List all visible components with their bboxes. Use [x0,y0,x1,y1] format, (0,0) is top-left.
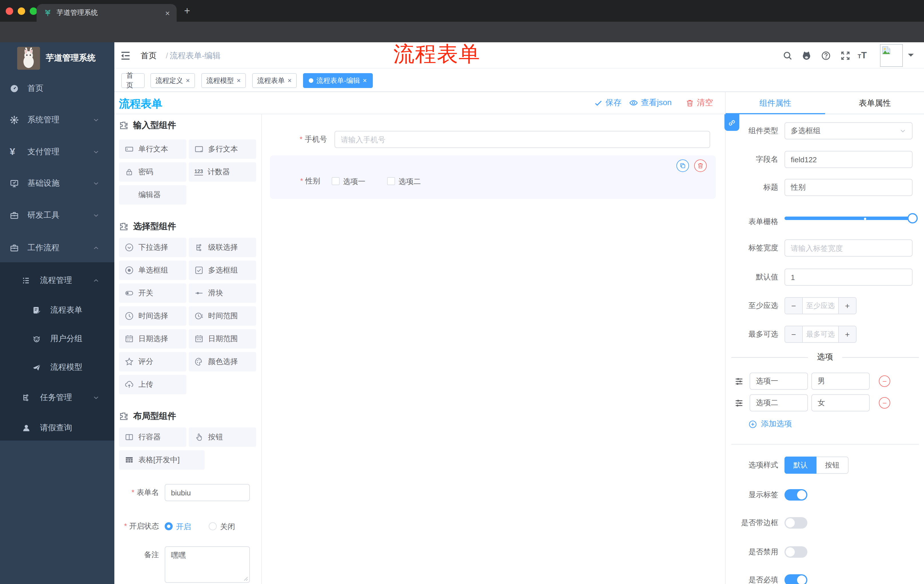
component-slider[interactable]: 滑块 [189,283,256,303]
option-2-label-input[interactable] [750,394,808,411]
component-upload[interactable]: 上传 [119,375,186,394]
gender-checkbox-2[interactable] [387,177,395,185]
gender-option-2-label[interactable]: 选项二 [399,176,421,187]
view-json-button[interactable]: 查看json [629,98,672,108]
component-date-picker[interactable]: 日期选择 [119,329,186,349]
radio-on[interactable] [165,522,173,530]
remark-textarea[interactable]: 嘿嘿 [165,546,250,583]
help-icon[interactable] [821,51,831,61]
default-value-input[interactable] [784,268,912,286]
tab-form-props[interactable]: 表单属性 [825,92,924,114]
tab-close-icon[interactable]: × [165,9,170,17]
tagview-home[interactable]: 首页 [121,73,145,88]
component-color-picker[interactable]: 颜色选择 [189,352,256,372]
tag-close-icon[interactable]: × [237,77,241,85]
title-input[interactable] [784,179,912,196]
component-button[interactable]: 按钮 [189,428,256,447]
drag-handle-icon[interactable] [734,377,744,386]
search-icon[interactable] [783,51,792,61]
clear-button[interactable]: 清空 [686,98,713,108]
tagview-process-def[interactable]: 流程定义× [150,73,195,88]
close-window-button[interactable] [6,7,13,15]
add-option-button[interactable]: 添加选项 [749,419,792,429]
component-password[interactable]: 密码 [119,162,186,182]
minus-button[interactable]: − [785,326,802,342]
breadcrumb-home[interactable]: 首页 [141,51,157,61]
new-tab-button[interactable]: + [184,6,190,16]
label-width-input[interactable] [784,239,912,257]
radio-off[interactable] [209,522,217,530]
sidebar-item-process-form[interactable]: 流程表单 [0,296,114,324]
disabled-toggle[interactable] [784,546,807,558]
avatar[interactable] [880,44,903,67]
component-cascader[interactable]: 级联选择 [189,238,256,257]
component-textarea[interactable]: 多行文本 [189,140,256,159]
tab-component-props[interactable]: 组件属性 [726,92,825,114]
min-select-input[interactable]: 至少应选 [802,298,839,314]
sidebar-item-system[interactable]: 系统管理 [0,106,114,134]
sidebar-item-process-model[interactable]: 流程模型 [0,353,114,382]
resize-handle[interactable] [243,576,248,581]
tagview-process-form[interactable]: 流程表单× [252,73,297,88]
sidebar-item-devtools[interactable]: 研发工具 [0,201,114,230]
option-2-value-input[interactable] [811,394,870,411]
drag-handle-icon[interactable] [734,398,744,408]
form-name-input[interactable] [165,484,250,501]
tagview-process-model[interactable]: 流程模型× [201,73,246,88]
tag-close-icon[interactable]: × [186,77,190,85]
component-switch[interactable]: 开关 [119,283,186,303]
max-select-input[interactable]: 最多可选 [802,326,839,342]
sidebar-item-infrastructure[interactable]: 基础设施 [0,169,114,198]
component-table-dev[interactable]: 表格[开发中] [119,450,205,470]
gender-option-1-label[interactable]: 选项一 [343,176,365,187]
tag-close-icon[interactable]: × [363,77,367,85]
sidebar-fold-icon[interactable] [120,50,131,61]
remove-option-button[interactable]: − [879,397,890,409]
copy-component-button[interactable] [676,160,689,172]
sidebar-item-process-manage[interactable]: 流程管理 [0,266,114,295]
slider-handle[interactable] [908,213,918,224]
component-select[interactable]: 下拉选择 [119,238,186,257]
required-toggle[interactable] [784,574,807,584]
browser-tab[interactable]: 芋道管理系统 × [36,4,177,22]
font-size-icon[interactable]: TT [858,50,867,61]
component-time-range[interactable]: 时间范围 [189,306,256,326]
selected-component-block[interactable]: 性别 选项一 选项二 [270,155,716,199]
field-name-input[interactable] [784,151,912,168]
sidebar-item-task-manage[interactable]: 任务管理 [0,383,114,412]
sidebar-item-payment[interactable]: ¥ 支付管理 [0,138,114,166]
sidebar-item-workflow[interactable]: 工作流程 [0,234,114,262]
show-label-toggle[interactable] [784,489,807,500]
plus-button[interactable]: + [839,298,856,314]
component-counter[interactable]: 123 计数器 [189,162,256,182]
component-checkbox-group[interactable]: 多选框组 [189,261,256,280]
save-button[interactable]: 保存 [594,98,622,108]
border-toggle[interactable] [784,517,807,528]
remove-option-button[interactable]: − [879,375,890,387]
form-grid-slider[interactable] [784,213,912,224]
form-canvas[interactable]: 手机号 性别 选项一 选项二 [262,114,725,584]
zoom-window-button[interactable] [30,7,37,15]
sidebar-item-user-group[interactable]: 用户分组 [0,324,114,353]
component-row-container[interactable]: 行容器 [119,428,186,447]
component-date-range[interactable]: 日期范围 [189,329,256,349]
github-icon[interactable] [802,51,811,61]
sidebar-item-leave-query[interactable]: 请假查询 [0,414,114,442]
radio-off-label[interactable]: 关闭 [220,522,235,532]
minus-button[interactable]: − [785,298,802,314]
avatar-dropdown-icon[interactable] [908,54,914,59]
style-default-button[interactable]: 默认 [784,457,817,474]
option-1-value-input[interactable] [811,373,870,390]
component-editor[interactable]: 编辑器 [119,185,186,204]
option-1-label-input[interactable] [750,373,808,390]
style-button-button[interactable]: 按钮 [817,457,848,474]
sidebar-item-home[interactable]: 首页 [0,74,114,103]
component-text-input[interactable]: 单行文本 [119,140,186,159]
tagview-form-edit-active[interactable]: 流程表单-编辑× [303,73,373,88]
component-radio-group[interactable]: 单选框组 [119,261,186,280]
radio-on-label[interactable]: 开启 [176,522,191,532]
minimize-window-button[interactable] [18,7,25,15]
delete-component-button[interactable] [694,160,707,172]
tag-close-icon[interactable]: × [288,77,292,85]
component-time-picker[interactable]: 时间选择 [119,306,186,326]
